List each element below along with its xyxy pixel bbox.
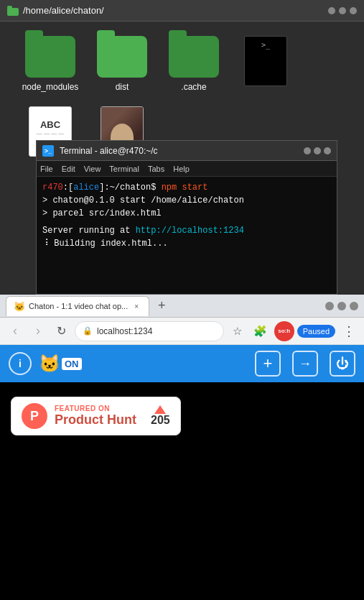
terminal-body: r470:[alice]:~/chaton$ npm start > chato… (37, 177, 337, 254)
extension-avatar[interactable]: so:h (274, 321, 294, 341)
fm-path: /home/alice/chaton/ (23, 5, 104, 16)
terminal-titlebar: >_ Terminal - alice@r470:~/c (37, 141, 337, 161)
term-server-url: http://localhost:1234 (136, 226, 244, 236)
menu-terminal[interactable]: Terminal (109, 165, 139, 173)
browser-window: 🐱 Chaton - 1:1 video chat op... × + ‹ › … (0, 295, 364, 600)
app-logo: 🐱 ON (39, 354, 82, 374)
browser-nav: ‹ › ↻ 🔒 localhost:1234 ☆ 🧩 so:h Paused ⋮ (0, 318, 364, 345)
svg-rect-1 (7, 6, 12, 9)
power-button[interactable]: ⏻ (330, 351, 355, 377)
paused-label: Paused (303, 327, 330, 336)
terminal-output3: Server running at http://localhost:1234 (42, 224, 331, 237)
win-dot-2 (337, 302, 346, 310)
logo-on-badge: ON (62, 358, 82, 370)
menu-edit[interactable]: Edit (62, 165, 75, 173)
window-controls (328, 7, 357, 14)
lock-icon: 🔒 (83, 326, 93, 336)
app-toolbar: i 🐱 ON + → ⏻ (0, 345, 364, 382)
menu-help[interactable]: Help (173, 165, 190, 173)
file-icon-terminal: >_ (244, 36, 287, 86)
folder-label-cache: .cache (181, 82, 206, 92)
ph-featured-on: FEATURED ON (55, 405, 136, 412)
page-content: P FEATURED ON Product Hunt 205 (0, 382, 364, 600)
browser-page: i 🐱 ON + → ⏻ P FEATURED ON (0, 345, 364, 600)
terminal-prompt: r470:[alice]:~/chaton$ npm start (42, 181, 331, 194)
menu-tabs[interactable]: Tabs (148, 165, 164, 173)
new-tab-button[interactable]: + (152, 297, 171, 315)
folder-item-node-modules[interactable]: node_modules (22, 36, 79, 92)
folder-icon-small (7, 6, 19, 16)
folder-item-cache[interactable]: .cache (165, 36, 223, 92)
paused-badge[interactable]: Paused (297, 325, 335, 338)
terminal-output4: ⠸ Building index.html... (42, 237, 331, 250)
ph-vote-count: 205 (151, 414, 170, 427)
reload-button[interactable]: ↻ (52, 322, 70, 341)
term-dir: alice (73, 183, 99, 193)
win-dot-3 (350, 302, 358, 310)
folder-label-dist: dist (116, 82, 129, 92)
terminal-menubar: File Edit View Terminal Tabs Help (37, 161, 337, 177)
ph-name: Product Hunt (55, 412, 136, 428)
address-bar[interactable]: 🔒 localhost:1234 (75, 321, 224, 341)
product-hunt-text: FEATURED ON Product Hunt (55, 405, 136, 428)
info-button[interactable]: i (9, 352, 32, 375)
fm-titlebar: /home/alice/chaton/ (0, 0, 364, 22)
terminal-title: Terminal - alice@r470:~/c (60, 146, 304, 156)
extension-button[interactable]: 🧩 (251, 322, 270, 341)
add-button[interactable]: + (255, 351, 281, 377)
term-server-text: Server running at (42, 226, 136, 236)
terminal-output2: > parcel src/index.html (42, 207, 331, 220)
folder-item-dist[interactable]: dist (93, 36, 151, 92)
win-dot-1 (325, 302, 334, 310)
product-hunt-badge[interactable]: P FEATURED ON Product Hunt 205 (11, 397, 181, 435)
tab-favicon: 🐱 (14, 301, 25, 312)
terminal-output1: > chaton@0.1.0 start /home/alice/chaton (42, 194, 331, 207)
back-button[interactable]: ‹ (6, 322, 24, 341)
ph-votes: 205 (151, 405, 170, 427)
tab-title: Chaton - 1:1 video chat op... (29, 302, 128, 310)
terminal-window: >_ Terminal - alice@r470:~/c File Edit V… (36, 140, 337, 295)
folder-icon-cache (169, 36, 219, 78)
ph-upvote-triangle (154, 405, 166, 414)
term-command: npm start (162, 183, 208, 193)
logo-emoji: 🐱 (39, 354, 60, 374)
folder-icon-node-modules (25, 36, 75, 78)
star-button[interactable]: ☆ (228, 322, 247, 341)
browser-window-controls (325, 302, 358, 310)
browser-tab-active[interactable]: 🐱 Chaton - 1:1 video chat op... × (6, 296, 149, 316)
forward-button[interactable]: › (29, 322, 47, 341)
term-username: r470 (42, 183, 63, 193)
folder-icon-dist (97, 36, 147, 78)
more-button[interactable]: ⋮ (340, 322, 358, 341)
file-manager: /home/alice/chaton/ node_modules dist .c… (0, 0, 364, 295)
signin-button[interactable]: → (292, 351, 318, 377)
menu-view[interactable]: View (84, 165, 101, 173)
terminal-icon: >_ (42, 145, 54, 157)
folder-label-node-modules: node_modules (22, 82, 79, 92)
product-hunt-icon: P (22, 403, 47, 429)
url-text: localhost:1234 (97, 326, 152, 336)
tab-bar: 🐱 Chaton - 1:1 video chat op... × + (0, 295, 364, 318)
extension-area: so:h Paused (274, 321, 335, 341)
tab-close-button[interactable]: × (131, 301, 141, 311)
menu-file[interactable]: File (40, 165, 53, 173)
file-item-terminal[interactable]: >_ (237, 36, 294, 92)
